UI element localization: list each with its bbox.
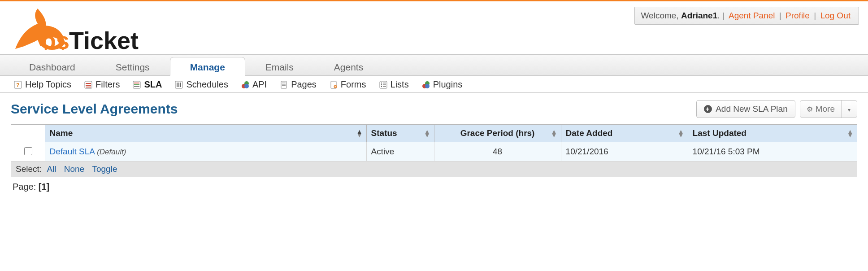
add-new-sla-button[interactable]: Add New SLA Plan bbox=[696, 100, 795, 118]
row-checkbox[interactable] bbox=[24, 147, 32, 155]
cell-grace: 48 bbox=[434, 142, 561, 162]
subtab-label: Schedules bbox=[186, 79, 228, 90]
svg-rect-31 bbox=[383, 83, 386, 83]
subtab-help-topics[interactable]: ? Help Topics bbox=[13, 79, 71, 90]
sort-icon: ▲▼ bbox=[356, 130, 363, 137]
subtab-label: Lists bbox=[391, 79, 409, 90]
user-bar: Welcome, Adriane1. | Agent Panel | Profi… bbox=[634, 7, 859, 25]
svg-rect-25 bbox=[282, 84, 286, 85]
plugins-icon bbox=[421, 80, 430, 89]
more-button-label: More bbox=[816, 104, 835, 114]
tab-manage[interactable]: Manage bbox=[170, 57, 245, 76]
subtab-label: Forms bbox=[341, 79, 366, 90]
svg-rect-33 bbox=[383, 84, 386, 85]
svg-rect-9 bbox=[86, 83, 91, 84]
welcome-text: Welcome, bbox=[641, 11, 681, 20]
sort-icon: ▲▼ bbox=[678, 130, 684, 137]
svg-point-32 bbox=[381, 84, 382, 85]
select-bar: Select: All None Toggle bbox=[11, 162, 857, 177]
more-button-dropdown[interactable] bbox=[841, 101, 857, 118]
osticket-logo-icon: os Ticket bbox=[11, 6, 145, 52]
col-updated[interactable]: Last Updated ▲▼ bbox=[688, 125, 857, 142]
svg-rect-17 bbox=[177, 83, 178, 87]
more-button: More bbox=[800, 100, 857, 118]
select-label: Select: bbox=[16, 164, 42, 174]
logo[interactable]: os Ticket bbox=[11, 6, 145, 52]
tab-dashboard[interactable]: Dashboard bbox=[9, 57, 95, 76]
svg-rect-23 bbox=[281, 81, 286, 88]
page-current: [1] bbox=[39, 182, 49, 192]
table-row: Default SLA (Default) Active 48 10/21/20… bbox=[11, 142, 857, 162]
subtab-sla[interactable]: SLA bbox=[132, 79, 162, 90]
svg-rect-24 bbox=[282, 83, 286, 83]
svg-text:?: ? bbox=[16, 82, 19, 88]
svg-text:Ticket: Ticket bbox=[69, 27, 139, 52]
agent-panel-link[interactable]: Agent Panel bbox=[727, 11, 777, 20]
svg-point-4 bbox=[45, 48, 47, 50]
forms-icon bbox=[329, 80, 338, 89]
plus-icon bbox=[704, 105, 712, 113]
username: Adriane1 bbox=[681, 11, 717, 20]
svg-rect-10 bbox=[86, 85, 91, 86]
select-all[interactable]: All bbox=[47, 164, 56, 174]
col-grace[interactable]: Grace Period (hrs) ▲▼ bbox=[434, 125, 561, 142]
paging: Page: [1] bbox=[11, 177, 857, 197]
sla-name-link[interactable]: Default SLA bbox=[50, 147, 95, 156]
svg-rect-19 bbox=[180, 83, 181, 87]
select-toggle[interactable]: Toggle bbox=[92, 164, 117, 174]
svg-rect-26 bbox=[282, 85, 286, 86]
svg-rect-15 bbox=[134, 86, 139, 87]
more-button-main[interactable]: More bbox=[800, 101, 841, 118]
col-status[interactable]: Status ▲▼ bbox=[366, 125, 434, 142]
sla-table: Name ▲▼ Status ▲▼ Grace Period (hrs) ▲▼ … bbox=[11, 124, 857, 162]
col-name[interactable]: Name ▲▼ bbox=[45, 125, 366, 142]
col-checkbox bbox=[11, 125, 45, 142]
svg-rect-35 bbox=[383, 86, 386, 87]
svg-rect-18 bbox=[178, 83, 179, 87]
api-icon bbox=[241, 80, 250, 89]
cell-updated: 10/21/16 5:03 PM bbox=[688, 142, 857, 162]
page-title: Service Level Agreements bbox=[11, 101, 178, 117]
subtab-label: SLA bbox=[144, 79, 162, 90]
subtab-pages[interactable]: Pages bbox=[279, 79, 317, 90]
svg-rect-14 bbox=[134, 84, 139, 85]
subtab-schedules[interactable]: Schedules bbox=[174, 79, 228, 90]
subtab-api[interactable]: API bbox=[241, 79, 267, 90]
cell-added: 10/21/2016 bbox=[561, 142, 688, 162]
subtab-label: Filters bbox=[95, 79, 120, 90]
content: Service Level Agreements Add New SLA Pla… bbox=[0, 93, 868, 204]
gear-icon bbox=[807, 104, 813, 114]
logout-link[interactable]: Log Out bbox=[818, 11, 852, 20]
profile-link[interactable]: Profile bbox=[784, 11, 812, 20]
tab-emails[interactable]: Emails bbox=[245, 57, 314, 76]
sort-icon: ▲▼ bbox=[847, 130, 853, 137]
tab-settings[interactable]: Settings bbox=[95, 57, 170, 76]
subtab-label: API bbox=[252, 79, 267, 90]
tab-agents[interactable]: Agents bbox=[314, 57, 383, 76]
select-none[interactable]: None bbox=[64, 164, 84, 174]
subtab-label: Pages bbox=[291, 79, 317, 90]
schedule-icon bbox=[174, 80, 183, 89]
sla-icon bbox=[132, 80, 141, 89]
subtab-label: Help Topics bbox=[25, 79, 71, 90]
sort-icon: ▲▼ bbox=[551, 130, 557, 137]
page-label: Page: bbox=[13, 182, 36, 192]
subtab-forms[interactable]: Forms bbox=[329, 79, 366, 90]
svg-rect-11 bbox=[86, 87, 91, 87]
svg-point-34 bbox=[381, 86, 382, 87]
subtab-label: Plugins bbox=[433, 79, 463, 90]
cell-status: Active bbox=[366, 142, 434, 162]
svg-point-30 bbox=[381, 82, 382, 83]
subtab-filters[interactable]: Filters bbox=[84, 79, 120, 90]
col-added[interactable]: Date Added ▲▼ bbox=[561, 125, 688, 142]
filter-icon bbox=[84, 80, 93, 89]
sort-icon: ▲▼ bbox=[424, 130, 430, 137]
main-tabs: Dashboard Settings Manage Emails Agents bbox=[0, 54, 868, 76]
svg-point-38 bbox=[425, 84, 430, 88]
subtab-lists[interactable]: Lists bbox=[379, 79, 409, 90]
sub-tabs: ? Help Topics Filters SLA Schedules API … bbox=[0, 76, 868, 93]
add-button-label: Add New SLA Plan bbox=[716, 104, 788, 114]
subtab-plugins[interactable]: Plugins bbox=[421, 79, 463, 90]
svg-rect-13 bbox=[134, 83, 139, 83]
pages-icon bbox=[279, 80, 288, 89]
